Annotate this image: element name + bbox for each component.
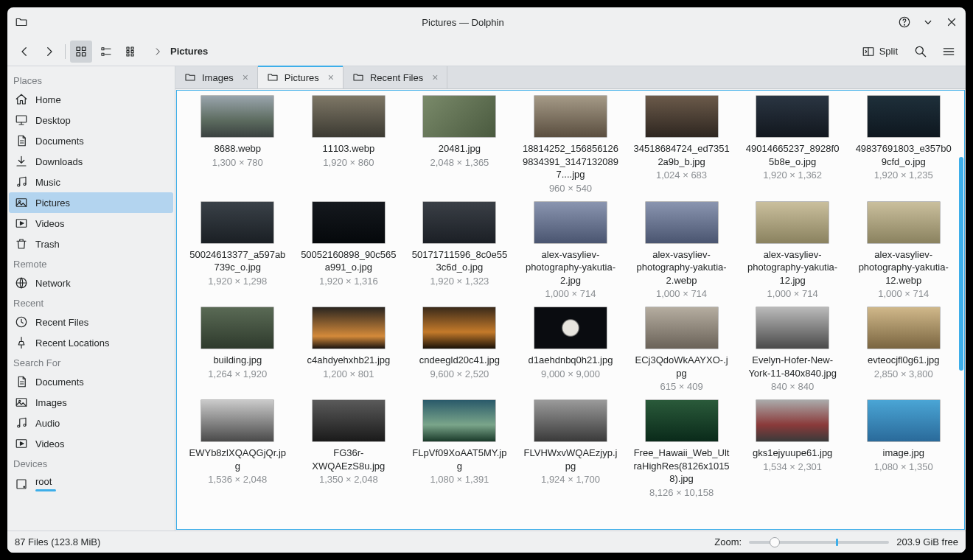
documents-icon [15, 375, 28, 388]
thumbnail [756, 399, 829, 442]
sidebar-item-trash[interactable]: Trash [9, 234, 173, 254]
thumbnail [867, 201, 941, 244]
sidebar-item-home[interactable]: Home [9, 89, 173, 110]
tab-pictures[interactable]: Pictures× [258, 66, 343, 88]
file-item[interactable]: FG36r-XWQAEzS8u.jpg1,350 × 2,048 [294, 398, 404, 500]
file-item[interactable]: ECj3QdoWkAAYXO-.jpg615 × 409 [627, 305, 736, 393]
view-compact-button[interactable] [95, 41, 117, 63]
tab-recent-files[interactable]: Recent Files× [343, 66, 447, 88]
disk-usage-bar [35, 489, 56, 491]
sidebar-item-label: Downloads [35, 156, 83, 167]
back-button[interactable] [13, 41, 35, 63]
sidebar-item-documents[interactable]: Documents [9, 130, 173, 151]
file-item[interactable]: alex-vasyliev-photography-yakutia-12.jpg… [738, 200, 848, 301]
tab-label: Recent Files [370, 72, 423, 83]
tab-close-icon[interactable]: × [243, 71, 248, 83]
file-item[interactable]: building.jpg1,264 × 1,920 [183, 305, 293, 393]
file-item[interactable]: c4ahdyehxhb21.jpg1,200 × 801 [294, 305, 404, 393]
search-button[interactable] [910, 41, 932, 63]
folder-icon [352, 71, 364, 83]
sidebar-item-network[interactable]: Network [9, 273, 173, 293]
file-item[interactable]: evteocjfl0g61.jpg2,850 × 3,800 [848, 305, 958, 393]
thumbnail [200, 399, 274, 442]
file-item[interactable]: Free_Hawaii_Web_UltraHighRes(8126x10158)… [627, 398, 736, 500]
tab-close-icon[interactable]: × [432, 71, 438, 83]
sidebar-item-music[interactable]: Music [9, 172, 173, 192]
sidebar-item-root[interactable]: root [9, 472, 173, 495]
file-item[interactable]: alex-vasyliev-photography-yakutia-12.web… [848, 200, 958, 301]
file-name: 49014665237_8928f05b8e_o.jpg [744, 142, 841, 168]
file-dimensions: 1,080 × 1,350 [874, 461, 933, 472]
file-item[interactable]: 18814252_1568561269834391_31471320897...… [516, 94, 626, 195]
forward-button[interactable] [38, 41, 60, 63]
file-dimensions: 2,850 × 3,800 [874, 368, 933, 379]
file-item[interactable]: alex-vasyliev-photography-yakutia-2.jpg1… [516, 200, 626, 301]
sidebar-item-label: Trash [35, 239, 60, 250]
tab-close-icon[interactable]: × [328, 71, 334, 83]
thumbnail [534, 307, 607, 349]
file-item[interactable]: 20481.jpg2,048 × 1,365 [405, 94, 515, 195]
tabs: Images×Pictures×Recent Files× [175, 66, 966, 89]
zoom-tick-icon [836, 539, 838, 546]
scrollbar[interactable] [959, 157, 963, 371]
breadcrumb[interactable]: Pictures [153, 46, 208, 57]
help-icon[interactable] [898, 15, 911, 29]
file-dimensions: 1,200 × 801 [323, 368, 374, 379]
file-item[interactable]: FLpVf09XoAAT5MY.jpg1,080 × 1,391 [405, 398, 515, 500]
file-item[interactable]: Evelyn-Hofer-New-York-11-840x840.jpg840 … [738, 305, 848, 393]
file-item[interactable]: 50171711596_8c0e553c6d_o.jpg1,920 × 1,32… [405, 200, 515, 301]
zoom-handle[interactable] [770, 537, 780, 547]
file-item[interactable]: 49014665237_8928f05b8e_o.jpg1,920 × 1,36… [738, 94, 848, 195]
file-name: FLVHWxvWQAEzjyp.jpg [522, 447, 619, 472]
titlebar[interactable]: Pictures — Dolphin [7, 7, 966, 37]
zoom-slider[interactable] [749, 541, 889, 544]
folder-icon [267, 71, 279, 83]
file-view[interactable]: 8688.webp1,300 × 78011103.webp1,920 × 86… [176, 90, 965, 530]
sidebar-item-pictures[interactable]: Pictures [9, 192, 173, 213]
sidebar-item-images[interactable]: Images [9, 392, 173, 413]
file-dimensions: 1,920 × 1,298 [208, 276, 267, 287]
file-item[interactable]: alex-vasyliev-photography-yakutia-2.webp… [627, 200, 736, 301]
tab-images[interactable]: Images× [175, 66, 258, 88]
sidebar-item-videos[interactable]: Videos [9, 213, 173, 234]
view-details-button[interactable] [120, 41, 142, 63]
thumbnail [534, 201, 607, 244]
thumbnail [534, 95, 607, 138]
file-item[interactable]: 8688.webp1,300 × 780 [183, 94, 293, 195]
file-item[interactable]: gks1ejyuupe61.jpg1,534 × 2,301 [738, 398, 848, 500]
breadcrumb-current: Pictures [170, 46, 208, 57]
thumbnail [312, 399, 386, 442]
sidebar-item-documents[interactable]: Documents [9, 371, 173, 392]
view-icons-button[interactable] [70, 41, 92, 63]
sidebar-item-label: Documents [35, 377, 84, 388]
thumbnail [645, 307, 719, 349]
sidebar-item-desktop[interactable]: Desktop [9, 110, 173, 130]
file-item[interactable]: image.jpg1,080 × 1,350 [848, 398, 958, 500]
sidebar-item-downloads[interactable]: Downloads [9, 151, 173, 172]
file-item[interactable]: FLVHWxvWQAEzjyp.jpg1,924 × 1,700 [516, 398, 626, 500]
sidebar-header-devices: Devices [7, 454, 175, 472]
file-item[interactable]: EWYb8zlXQAQGjQr.jpg1,536 × 2,048 [183, 398, 293, 500]
file-name: 50052160898_90c565a991_o.jpg [300, 248, 397, 274]
file-item[interactable]: 50052160898_90c565a991_o.jpg1,920 × 1,31… [294, 200, 404, 301]
file-item[interactable]: 50024613377_a597ab739c_o.jpg1,920 × 1,29… [183, 200, 293, 301]
file-name: FLpVf09XoAAT5MY.jpg [411, 447, 508, 472]
file-item[interactable]: 11103.webp1,920 × 860 [294, 94, 404, 195]
split-label: Split [879, 46, 898, 57]
close-icon[interactable] [945, 15, 958, 29]
toolbar: Pictures Split [7, 37, 966, 66]
sidebar-item-recent-files[interactable]: Recent Files [9, 312, 173, 332]
file-item[interactable]: d1aehdnbq0h21.jpg9,000 × 9,000 [516, 305, 626, 393]
file-name: 8688.webp [214, 142, 261, 155]
sidebar-item-videos[interactable]: Videos [9, 433, 173, 454]
file-item[interactable]: cndeegld20c41.jpg9,600 × 2,520 [405, 305, 515, 393]
sidebar-item-audio[interactable]: Audio [9, 413, 173, 433]
split-button[interactable]: Split [856, 42, 904, 61]
menu-button[interactable] [938, 41, 960, 63]
sidebar-item-recent-locations[interactable]: Recent Locations [9, 332, 173, 353]
thumbnail [422, 201, 496, 244]
file-item[interactable]: 49837691803_e357b09cfd_o.jpg1,920 × 1,23… [848, 94, 958, 195]
statusbar: 87 Files (123.8 MiB) Zoom: 203.9 GiB fre… [7, 531, 966, 553]
file-item[interactable]: 34518684724_ed73512a9b_b.jpg1,024 × 683 [627, 94, 736, 195]
minimize-icon[interactable] [921, 15, 935, 29]
